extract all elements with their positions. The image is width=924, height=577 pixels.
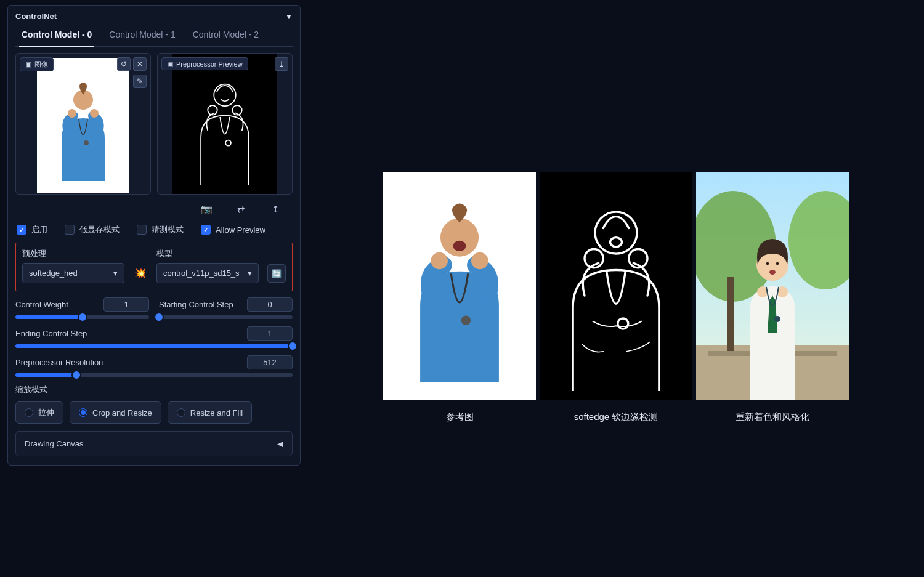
- collapse-icon: ▼: [285, 12, 293, 21]
- chevron-down-icon: ▾: [248, 268, 252, 278]
- svg-point-10: [431, 252, 448, 270]
- preproc-image-placeholder: [172, 53, 277, 195]
- input-image-surface: [16, 54, 150, 194]
- input-image-actions: ↺ ✕: [117, 57, 147, 71]
- svg-point-4: [214, 84, 236, 107]
- scale-crop-radio[interactable]: Crop and Resize: [70, 401, 161, 424]
- scale-stretch-label: 拉伸: [38, 407, 54, 418]
- explosion-icon[interactable]: 💥: [133, 267, 148, 283]
- controlnet-title: ControlNet: [15, 12, 57, 21]
- svg-point-1: [68, 109, 76, 118]
- input-image-card[interactable]: ▣ 图像 ↺ ✕ ✎: [15, 53, 151, 195]
- svg-point-2: [90, 109, 99, 118]
- edit-icon[interactable]: ✎: [133, 75, 147, 88]
- drawing-canvas-label: Drawing Canvas: [25, 439, 83, 448]
- model-tabs: Control Model - 0 Control Model - 1 Cont…: [15, 26, 293, 47]
- result-stylized: 重新着色和风格化: [696, 172, 849, 423]
- preprocessor-value: softedge_hed: [29, 268, 78, 278]
- model-value: control_v11p_sd15_s: [163, 268, 240, 278]
- preproc-card-label: Preprocessor Preview: [176, 60, 243, 68]
- svg-point-25: [769, 270, 776, 275]
- radio-icon: [79, 408, 87, 417]
- refresh-icon: 🔄: [272, 269, 282, 278]
- preproc-res-value[interactable]: 512: [247, 355, 293, 369]
- preprocessor-select[interactable]: softedge_hed ▾: [22, 263, 124, 283]
- results-row: 参考图: [383, 172, 849, 423]
- preproc-res-label: Preprocessor Resolution: [15, 358, 103, 367]
- end-step-value[interactable]: 1: [247, 326, 293, 341]
- control-weight-slider: Control Weight 1: [15, 297, 149, 319]
- tab-model-2[interactable]: Control Model - 2: [190, 26, 261, 46]
- preproc-actions: ⤓: [275, 57, 288, 71]
- svg-point-27: [776, 262, 779, 265]
- control-weight-track[interactable]: [15, 315, 149, 319]
- controlnet-panel: ControlNet ▼ Control Model - 0 Control M…: [0, 0, 308, 577]
- control-weight-value[interactable]: 1: [103, 297, 149, 312]
- scale-fill-label: Resize and Fill: [190, 408, 243, 418]
- control-weight-label: Control Weight: [15, 300, 68, 309]
- download-icon[interactable]: ⤓: [275, 57, 288, 71]
- svg-point-26: [766, 262, 769, 265]
- image-icon: ▣: [25, 60, 31, 68]
- send-up-icon[interactable]: ↥: [269, 203, 282, 216]
- scale-crop-label: Crop and Resize: [92, 408, 152, 418]
- chevron-left-icon: ◀: [277, 439, 283, 448]
- check-icon: [137, 225, 147, 235]
- scale-fill-radio[interactable]: Resize and Fill: [168, 401, 252, 424]
- preproc-model-group: 预处理 softedge_hed ▾ 💥 模型 control_v11p_sd1…: [15, 243, 293, 291]
- svg-point-17: [610, 238, 622, 247]
- end-step-slider: Ending Control Step 1: [15, 326, 293, 348]
- reference-caption: 参考图: [446, 411, 474, 423]
- radio-icon: [177, 408, 185, 417]
- lowvram-checkbox[interactable]: 低显存模式: [65, 224, 120, 235]
- refresh-models-button[interactable]: 🔄: [267, 264, 286, 283]
- scale-stretch-radio[interactable]: 拉伸: [15, 401, 63, 424]
- preproc-res-track[interactable]: [15, 373, 293, 377]
- svg-point-11: [471, 252, 488, 270]
- mini-toolbar: 📷 ⇄ ↥: [15, 198, 293, 222]
- input-image-actions-2: ✎: [133, 75, 147, 88]
- scale-mode-label: 缩放模式: [15, 384, 293, 395]
- stylized-image: [696, 172, 849, 400]
- svg-rect-23: [727, 277, 734, 351]
- softedge-image: [540, 172, 692, 400]
- drawing-canvas-toggle[interactable]: Drawing Canvas ◀: [15, 431, 293, 456]
- start-step-value[interactable]: 0: [247, 297, 293, 312]
- chevron-down-icon: ▾: [113, 268, 118, 278]
- end-step-label: Ending Control Step: [15, 329, 87, 338]
- stylized-caption: 重新着色和风格化: [736, 411, 809, 423]
- svg-point-12: [461, 316, 471, 326]
- options-row: ✓ 启用 低显存模式 猜测模式 ✓ Allow Preview: [15, 222, 293, 243]
- allow-preview-checkbox[interactable]: ✓ Allow Preview: [201, 225, 265, 235]
- model-select[interactable]: control_v11p_sd15_s ▾: [156, 263, 259, 283]
- camera-icon[interactable]: 📷: [200, 203, 213, 216]
- tab-model-0[interactable]: Control Model - 0: [19, 26, 94, 47]
- undo-icon[interactable]: ↺: [117, 57, 131, 71]
- input-image-placeholder: [37, 58, 129, 193]
- svg-point-7: [225, 140, 231, 146]
- input-image-badge: ▣ 图像: [20, 57, 54, 71]
- start-step-track[interactable]: [159, 315, 293, 319]
- preproc-res-slider: Preprocessor Resolution 512: [15, 355, 293, 377]
- tab-model-1[interactable]: Control Model - 1: [107, 26, 177, 46]
- softedge-caption: softedge 软边缘检测: [574, 411, 659, 423]
- end-step-track[interactable]: [15, 344, 293, 348]
- enable-checkbox[interactable]: ✓ 启用: [17, 224, 47, 235]
- preprocessor-field: 预处理 softedge_hed ▾: [22, 248, 124, 283]
- preprocessor-preview-card[interactable]: ▣ Preprocessor Preview ⤓: [157, 53, 293, 195]
- svg-point-30: [774, 316, 780, 322]
- scale-mode-radios: 拉伸 Crop and Resize Resize and Fill: [15, 401, 293, 424]
- preproc-badge: ▣ Preprocessor Preview: [161, 57, 248, 70]
- guess-checkbox[interactable]: 猜测模式: [137, 224, 184, 235]
- check-icon: [65, 225, 75, 235]
- check-icon: ✓: [17, 225, 26, 235]
- result-reference: 参考图: [383, 172, 536, 423]
- close-icon[interactable]: ✕: [133, 57, 147, 71]
- allow-preview-label: Allow Preview: [216, 225, 265, 235]
- check-icon: ✓: [201, 225, 211, 235]
- controlnet-header[interactable]: ControlNet ▼: [15, 10, 293, 23]
- swap-icon[interactable]: ⇄: [235, 203, 247, 216]
- model-field: 模型 control_v11p_sd15_s ▾: [156, 248, 259, 283]
- preproc-image-surface: [158, 54, 292, 194]
- svg-point-16: [618, 318, 628, 329]
